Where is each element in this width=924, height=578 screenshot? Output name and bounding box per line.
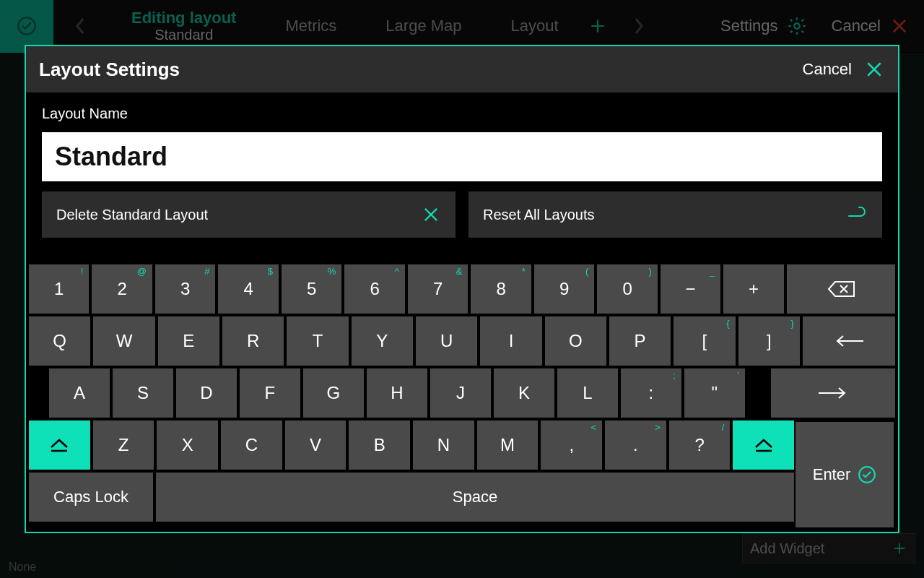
key-7[interactable]: 7& bbox=[408, 264, 468, 314]
key-"[interactable]: "' bbox=[684, 368, 745, 418]
key-backspace[interactable] bbox=[787, 264, 895, 314]
backspace-icon bbox=[827, 280, 855, 298]
key-shift-right[interactable] bbox=[733, 420, 794, 470]
delete-layout-button[interactable]: Delete Standard Layout bbox=[42, 191, 456, 238]
close-icon bbox=[863, 59, 885, 80]
modal-cancel-button[interactable]: Cancel bbox=[803, 59, 885, 80]
key-T[interactable]: T bbox=[287, 316, 348, 366]
key-space[interactable]: Space bbox=[156, 473, 794, 522]
modal-header: Layout Settings Cancel bbox=[26, 46, 898, 92]
key-2[interactable]: 2@ bbox=[92, 264, 152, 314]
key-P[interactable]: P bbox=[609, 316, 671, 366]
key-.[interactable]: .> bbox=[605, 420, 666, 470]
key-3[interactable]: 3# bbox=[155, 264, 215, 314]
key-6[interactable]: 6^ bbox=[344, 264, 404, 314]
modal-title: Layout Settings bbox=[39, 59, 180, 81]
reset-layouts-button[interactable]: Reset All Layouts bbox=[468, 191, 882, 238]
layout-name-label: Layout Name bbox=[42, 105, 882, 122]
key-5[interactable]: 5% bbox=[282, 264, 341, 314]
key-V[interactable]: V bbox=[285, 420, 346, 470]
key-W[interactable]: W bbox=[93, 316, 154, 366]
check-circle-icon bbox=[858, 465, 876, 484]
arrow-right-icon bbox=[817, 386, 849, 400]
key-H[interactable]: H bbox=[367, 368, 427, 418]
key-1[interactable]: 1! bbox=[29, 264, 89, 314]
key-J[interactable]: J bbox=[430, 368, 491, 418]
key-?[interactable]: ?/ bbox=[669, 420, 731, 470]
key-K[interactable]: K bbox=[494, 368, 554, 418]
shift-icon bbox=[753, 437, 775, 453]
key-Z[interactable]: Z bbox=[93, 420, 154, 470]
key-:[interactable]: :; bbox=[621, 368, 681, 418]
arrow-left-icon bbox=[833, 334, 865, 348]
key-arrow-left[interactable] bbox=[803, 316, 895, 366]
key-[[interactable]: [{ bbox=[674, 316, 735, 366]
key-0[interactable]: 0) bbox=[597, 264, 657, 314]
key-caps-lock[interactable]: Caps Lock bbox=[29, 473, 153, 522]
key-arrow-right[interactable] bbox=[771, 368, 895, 418]
layout-name-input[interactable] bbox=[42, 132, 882, 181]
key-enter-label: Enter bbox=[813, 465, 851, 484]
key-C[interactable]: C bbox=[221, 420, 282, 470]
key-,[interactable]: ,< bbox=[541, 420, 602, 470]
key-S[interactable]: S bbox=[113, 368, 173, 418]
key-F[interactable]: F bbox=[240, 368, 300, 418]
key-D[interactable]: D bbox=[176, 368, 237, 418]
key-I[interactable]: I bbox=[480, 316, 541, 366]
key-+[interactable]: + bbox=[723, 264, 783, 314]
modal-cancel-label: Cancel bbox=[803, 60, 852, 79]
key-enter[interactable]: Enter bbox=[796, 422, 894, 527]
key-][interactable]: ]} bbox=[738, 316, 800, 366]
key-Q[interactable]: Q bbox=[29, 316, 90, 366]
key-M[interactable]: M bbox=[477, 420, 539, 470]
close-icon bbox=[421, 204, 441, 225]
delete-layout-label: Delete Standard Layout bbox=[56, 207, 208, 223]
key-Y[interactable]: Y bbox=[352, 316, 413, 366]
key-4[interactable]: 4$ bbox=[218, 264, 278, 314]
key-8[interactable]: 8* bbox=[471, 264, 531, 314]
key-L[interactable]: L bbox=[557, 368, 618, 418]
key-B[interactable]: B bbox=[349, 420, 410, 470]
on-screen-keyboard: 1!2@3#4$5%6^7&8*9(0)−_+ QWERTYUIOP[{]} A… bbox=[27, 263, 897, 530]
key-N[interactable]: N bbox=[413, 420, 474, 470]
key-−[interactable]: −_ bbox=[661, 264, 720, 314]
undo-icon bbox=[846, 206, 868, 223]
key-E[interactable]: E bbox=[158, 316, 219, 366]
reset-layouts-label: Reset All Layouts bbox=[483, 207, 595, 223]
key-X[interactable]: X bbox=[157, 420, 218, 470]
key-U[interactable]: U bbox=[416, 316, 477, 366]
key-A[interactable]: A bbox=[49, 368, 110, 418]
key-G[interactable]: G bbox=[303, 368, 364, 418]
key-O[interactable]: O bbox=[545, 316, 606, 366]
shift-icon bbox=[48, 437, 70, 453]
key-9[interactable]: 9( bbox=[534, 264, 594, 314]
key-shift-left[interactable] bbox=[29, 420, 90, 470]
layout-settings-modal: Layout Settings Cancel Layout Name Delet… bbox=[25, 45, 899, 533]
key-R[interactable]: R bbox=[222, 316, 284, 366]
